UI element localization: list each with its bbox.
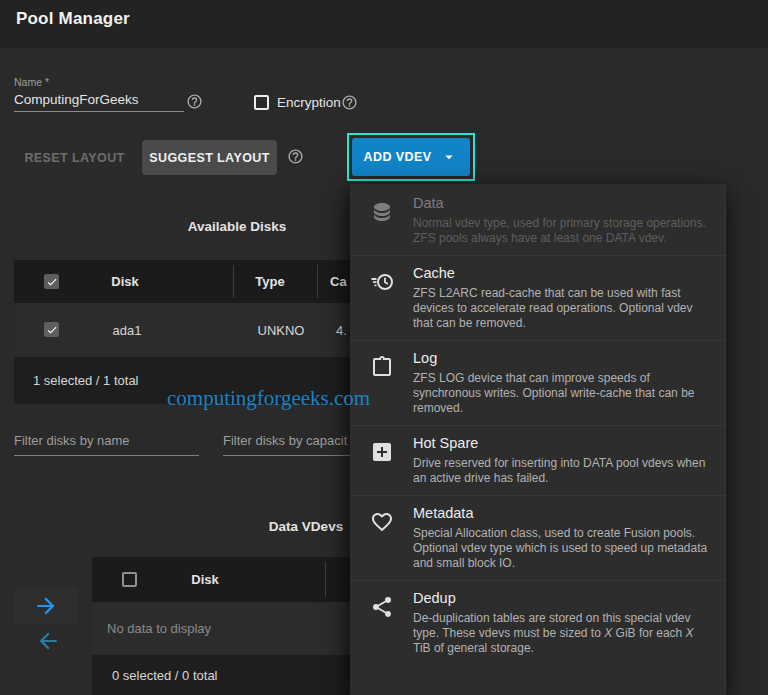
available-disks-title: Available Disks (188, 219, 287, 234)
vdev-menu-item[interactable]: Dedup De-duplication tables are stored o… (350, 580, 725, 665)
watermark-text: computingforgeeks.com (167, 386, 370, 411)
column-divider (233, 265, 234, 298)
layout-help-icon[interactable] (287, 148, 304, 165)
app-bar: Pool Manager (0, 0, 768, 48)
name-field-value[interactable]: ComputingForGeeks (14, 92, 139, 107)
vdev-menu-item-title: Dedup (413, 590, 711, 606)
vdev-menu-item-title: Data (413, 195, 711, 211)
clock-fast-icon (370, 270, 394, 294)
cell-capacity: 4. (336, 323, 347, 338)
vdev-menu-item[interactable]: Metadata Special Allocation class, used … (350, 495, 725, 580)
name-help-icon[interactable] (186, 93, 203, 110)
column-header-disk[interactable]: Disk (191, 572, 218, 587)
vdev-menu-item-description: Special Allocation class, used to create… (413, 526, 711, 571)
column-divider (325, 562, 326, 597)
database-icon (370, 200, 394, 224)
cell-type: UNKNO (258, 323, 305, 338)
clipboard-icon (370, 355, 394, 379)
check-icon (46, 276, 58, 288)
column-header-capacity[interactable]: Ca (330, 274, 347, 289)
vdev-menu-item-description: ZFS LOG device that can improve speeds o… (413, 371, 711, 416)
vdev-menu-item[interactable]: Cache ZFS L2ARC read-cache that can be u… (350, 255, 725, 340)
vdev-menu-item-title: Cache (413, 265, 711, 281)
vdev-menu-item[interactable]: Log ZFS LOG device that can improve spee… (350, 340, 725, 425)
vdev-menu-item-title: Metadata (413, 505, 711, 521)
add-vdev-button-label: ADD VDEV (364, 150, 432, 164)
select-all-checkbox[interactable] (44, 274, 59, 289)
column-divider (317, 265, 318, 298)
column-header-disk[interactable]: Disk (111, 274, 138, 289)
filter-disks-by-name-input[interactable] (14, 433, 199, 456)
encryption-help-icon[interactable] (341, 94, 358, 111)
select-all-checkbox[interactable] (122, 572, 137, 587)
reset-layout-button[interactable]: RESET LAYOUT (14, 140, 135, 175)
chevron-down-icon (440, 148, 458, 166)
vdev-menu-item[interactable]: Data Normal vdev type, used for primary … (350, 186, 725, 255)
vdev-menu-item-description: De-duplication tables are stored on this… (413, 611, 711, 656)
plus-box-icon (370, 440, 394, 464)
suggest-layout-button[interactable]: SUGGEST LAYOUT (142, 140, 277, 175)
encryption-checkbox[interactable] (254, 95, 269, 110)
vdev-menu-item-description: ZFS L2ARC read-cache that can be used wi… (413, 286, 711, 331)
vdev-menu-item[interactable]: Hot Spare Drive reserved for inserting i… (350, 425, 725, 495)
vdev-menu-item-title: Hot Spare (413, 435, 711, 451)
check-icon (46, 324, 58, 336)
add-vdev-menu: Data Normal vdev type, used for primary … (350, 184, 726, 695)
remove-from-vdev-arrow-button[interactable] (30, 626, 66, 656)
vdev-menu-item-description: Normal vdev type, used for primary stora… (413, 216, 711, 246)
vdev-menu-item-description: Drive reserved for inserting into DATA p… (413, 456, 711, 486)
data-vdevs-title: Data VDevs (269, 519, 343, 534)
add-vdev-button[interactable]: ADD VDEV (352, 138, 470, 176)
row-checkbox[interactable] (44, 322, 59, 337)
add-to-vdev-arrow-button[interactable] (13, 588, 78, 624)
arrow-left-icon (35, 628, 61, 654)
name-field-label: Name * (14, 76, 49, 88)
arrow-right-icon (33, 593, 59, 619)
page-title: Pool Manager (16, 9, 130, 29)
encryption-label: Encryption (277, 95, 341, 110)
name-field-underline (14, 111, 184, 112)
no-data-text: No data to display (107, 621, 211, 636)
cell-disk: ada1 (113, 323, 142, 338)
heart-icon (370, 510, 394, 534)
vdev-menu-item-title: Log (413, 350, 711, 366)
share-icon (370, 595, 394, 619)
column-header-type[interactable]: Type (255, 274, 284, 289)
